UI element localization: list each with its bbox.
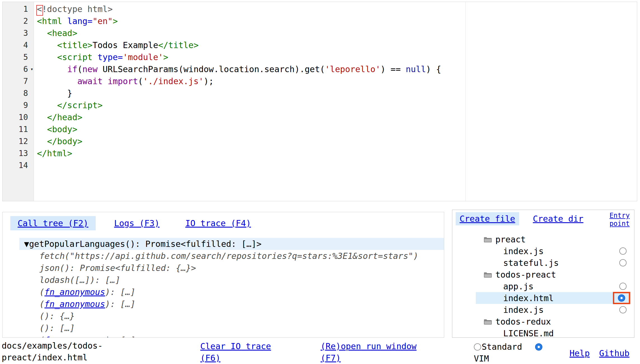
reopen-run-window-button[interactable]: (Re)open run window (F7): [321, 341, 428, 364]
code-token: [37, 52, 57, 62]
code-token: </title>: [158, 40, 199, 50]
entry-point-radio-wrap: [619, 283, 627, 290]
file-name: LICENSE.md: [503, 328, 554, 338]
file-row[interactable]: app.js: [476, 280, 631, 292]
line-number: 4: [3, 39, 34, 51]
code-line[interactable]: <title>Todos Example</title>: [34, 39, 637, 51]
file-row[interactable]: index.html: [476, 292, 631, 304]
code-editor[interactable]: 123456▾7891011121314 <!doctype html><htm…: [2, 2, 637, 201]
github-link[interactable]: Github: [599, 348, 629, 358]
code-token: Todos Example: [93, 40, 158, 50]
call-tree-fn-link[interactable]: fn_anonymous: [44, 287, 105, 297]
tab-logs[interactable]: Logs (F3): [107, 216, 167, 230]
clear-io-trace-button[interactable]: Clear IO trace (F6): [200, 341, 287, 364]
entry-point-radio-wrap: [619, 306, 627, 313]
call-tree-fn-link[interactable]: fn_anonymous: [44, 299, 105, 309]
code-token: </html>: [37, 148, 72, 158]
call-tree-row[interactable]: fetch("https://api.github.com/search/rep…: [19, 250, 444, 262]
code-token: if: [67, 64, 77, 74]
folder-row[interactable]: todos-preact: [476, 269, 631, 280]
code-token: </body>: [47, 136, 82, 146]
entry-point-radio-wrap: [619, 247, 627, 255]
file-name: index.js: [503, 305, 544, 315]
code-lines[interactable]: <!doctype html><html lang="en"> <head> <…: [34, 3, 637, 171]
code-token: URLSearchParams(window.location.search).…: [98, 64, 325, 74]
entry-point-radio[interactable]: [619, 259, 627, 266]
entry-point-radio-wrap: [619, 259, 627, 266]
code-line[interactable]: </head>: [34, 111, 637, 123]
code-line[interactable]: <head>: [34, 27, 637, 39]
folder-row[interactable]: todos-redux: [476, 316, 631, 327]
folder-name: preact: [495, 235, 526, 244]
line-number: 13: [3, 147, 34, 159]
file-manager-panel: Create file Create dir Entry point preac…: [452, 210, 634, 338]
standard-keybindings-radio[interactable]: [474, 343, 481, 351]
file-row[interactable]: index.js: [476, 304, 631, 316]
code-line[interactable]: await import('./index.js');: [34, 75, 637, 87]
file-name: index.js: [503, 246, 544, 256]
file-row[interactable]: LICENSE.md: [476, 327, 631, 338]
file-name: app.js: [503, 282, 533, 291]
code-token: import: [108, 76, 138, 86]
call-tree-row[interactable]: (): […]: [19, 322, 444, 334]
entry-point-link[interactable]: Entry point: [607, 212, 632, 228]
code-token: [37, 76, 77, 86]
call-tree-fn-link[interactable]: fn_anonymous: [44, 335, 105, 338]
code-line[interactable]: </script>: [34, 99, 637, 111]
call-tree-rows: ▼getPopularLanguages(): Promise<fulfille…: [19, 238, 444, 338]
call-tree-row[interactable]: ▼getPopularLanguages(): Promise<fulfille…: [19, 238, 444, 250]
folder-icon: [484, 318, 492, 325]
code-line[interactable]: <html lang="en">: [34, 15, 637, 27]
line-number: 1: [3, 3, 34, 15]
create-dir-button[interactable]: Create dir: [533, 214, 583, 224]
fold-arrow-icon[interactable]: ▾: [30, 63, 33, 75]
file-tree: preactindex.jsstateful.jstodos-preactapp…: [452, 233, 634, 338]
code-line[interactable]: [34, 159, 637, 171]
call-tree-row[interactable]: (): {…}: [19, 310, 444, 322]
code-token: (: [138, 76, 143, 86]
code-line[interactable]: <script type='module'>: [34, 51, 637, 63]
call-tree-row[interactable]: json(): Promise<fulfilled: {…}>: [19, 262, 444, 274]
file-row[interactable]: index.js: [476, 245, 631, 257]
line-number-gutter: 123456▾7891011121314: [3, 2, 34, 201]
bottom-panel-tabs: Call tree (F2) Logs (F3) IO trace (F4): [10, 216, 258, 230]
code-token: [37, 124, 47, 134]
line-number: 12: [3, 135, 34, 147]
file-name: index.html: [503, 293, 554, 303]
code-token: >: [113, 16, 118, 26]
call-tree-row[interactable]: lodash([…]): […]: [19, 274, 444, 286]
code-line[interactable]: }: [34, 87, 637, 99]
help-link[interactable]: Help: [570, 348, 590, 358]
code-line[interactable]: </html>: [34, 147, 637, 159]
line-number: 2: [3, 15, 34, 27]
vim-keybindings-label: VIM: [474, 353, 542, 364]
folder-row[interactable]: preact: [476, 233, 631, 245]
code-token: await: [77, 76, 103, 86]
entry-point-radio[interactable]: [619, 247, 627, 255]
folder-icon: [484, 271, 492, 278]
code-token: 'module': [123, 52, 163, 62]
code-line[interactable]: if(new URLSearchParams(window.location.s…: [34, 63, 637, 75]
file-name: stateful.js: [503, 258, 559, 268]
tab-io-trace[interactable]: IO trace (F4): [178, 216, 258, 230]
create-file-button[interactable]: Create file: [456, 212, 519, 225]
code-token: >: [163, 52, 168, 62]
file-row[interactable]: stateful.js: [476, 257, 631, 269]
call-tree-panel: Call tree (F2) Logs (F3) IO trace (F4) ▼…: [2, 212, 444, 338]
code-line[interactable]: <body>: [34, 123, 637, 135]
entry-point-radio[interactable]: [619, 306, 627, 313]
tab-call-tree[interactable]: Call tree (F2): [10, 216, 96, 230]
call-tree-row[interactable]: (fn_anonymous): […]: [19, 298, 444, 310]
entry-point-radio[interactable]: [619, 283, 627, 290]
code-token: </head>: [47, 112, 82, 122]
call-tree-row[interactable]: (fn_anonymous): […]: [19, 334, 444, 338]
call-tree-text: lodash([…]): […]: [39, 275, 120, 285]
entry-point-radio[interactable]: [618, 294, 625, 302]
vim-block-cursor: <: [37, 4, 42, 14]
code-line[interactable]: <!doctype html>: [34, 3, 637, 15]
line-number: 5: [3, 51, 34, 63]
code-token: <html: [37, 16, 62, 26]
call-tree-row[interactable]: (fn_anonymous): […]: [19, 286, 444, 298]
vim-keybindings-radio[interactable]: [535, 343, 542, 351]
code-line[interactable]: </body>: [34, 135, 637, 147]
